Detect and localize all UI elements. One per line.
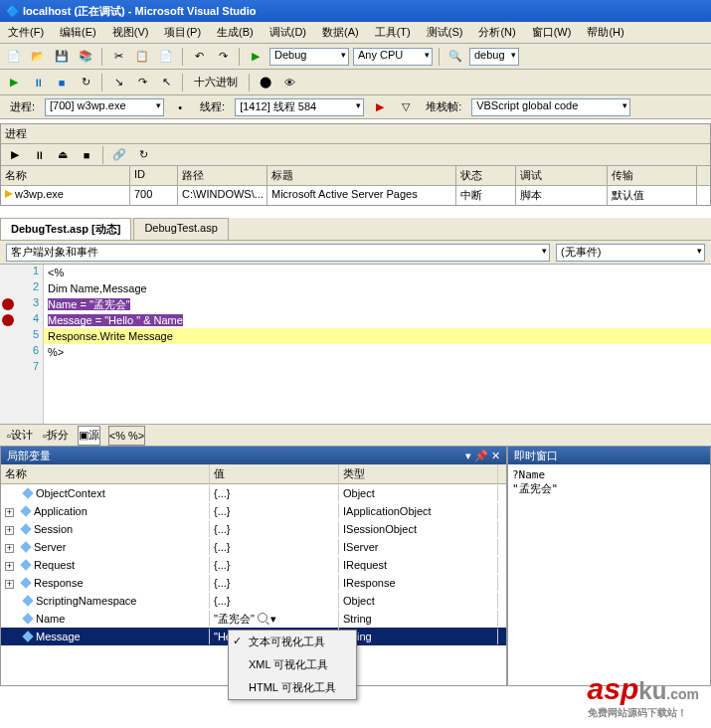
pause-icon[interactable]: ⏸ — [28, 73, 48, 92]
expand-icon[interactable]: + — [5, 508, 14, 517]
hex-icon[interactable]: 十六进制 — [189, 73, 243, 92]
expand-icon[interactable]: + — [5, 580, 14, 589]
process-dropdown[interactable]: [700] w3wp.exe — [45, 98, 164, 116]
locals-row[interactable]: +Application{...}IApplicationObject — [1, 502, 506, 520]
locals-row[interactable]: +Session{...}ISessionObject — [1, 520, 506, 538]
watermark-logo: aspku.com 免费网站源码下载站！ — [588, 672, 699, 720]
menu-item[interactable]: 项目(P) — [156, 22, 209, 43]
thread-dropdown[interactable]: [1412] 线程 584 — [235, 98, 364, 116]
code-line[interactable]: <% — [44, 265, 711, 280]
proc-stop-icon[interactable]: ■ — [77, 145, 96, 165]
process-grid-row[interactable]: w3wp.exe700C:\WINDOWS\...Microsoft Activ… — [1, 186, 710, 205]
breakpoint-icon[interactable] — [2, 314, 14, 326]
menu-item[interactable]: 测试(S) — [419, 22, 471, 43]
menu-item[interactable]: 文件(F) — [0, 22, 52, 43]
locals-header-cell[interactable]: 值 — [210, 464, 339, 483]
panel-controls[interactable]: ▾ 📌 ✕ — [465, 447, 500, 464]
expand-icon[interactable]: + — [5, 526, 14, 535]
thread-filter-icon[interactable]: ▽ — [396, 97, 416, 117]
stop-icon[interactable]: ■ — [52, 73, 72, 92]
find-icon[interactable]: 🔍 — [445, 47, 465, 67]
context-menu-item[interactable]: 文本可视化工具 — [229, 631, 356, 653]
proc-action-icon[interactable]: • — [170, 97, 190, 117]
asp-tag-icon[interactable]: <% %> — [108, 426, 145, 446]
menu-item[interactable]: 数据(A) — [314, 22, 367, 43]
menu-item[interactable]: 帮助(H) — [579, 22, 631, 43]
new-project-icon[interactable]: 📄 — [4, 47, 24, 67]
grid-header-cell[interactable]: 状态 — [456, 166, 516, 185]
config-dropdown[interactable]: Debug — [269, 48, 349, 66]
design-tab[interactable]: ▫ 设计 — [6, 426, 34, 446]
locals-row[interactable]: +Request{...}IRequest — [1, 556, 506, 574]
proc-pause-icon[interactable]: ⏸ — [29, 145, 49, 165]
code-line[interactable]: Name = "孟宪会" — [44, 296, 711, 312]
menu-item[interactable]: 工具(T) — [367, 22, 419, 43]
editor-tabs: DebugTest.asp [动态] DebugTest.asp — [0, 218, 711, 241]
step-over-icon[interactable]: ↷ — [132, 73, 152, 92]
code-line[interactable]: Dim Name,Message — [44, 280, 711, 296]
continue-icon[interactable]: ▶ — [4, 73, 24, 92]
menu-item[interactable]: 视图(V) — [104, 22, 157, 43]
run-icon[interactable]: ▶ — [246, 47, 266, 67]
save-all-icon[interactable]: 📚 — [76, 47, 95, 67]
magnifier-icon[interactable] — [258, 613, 267, 623]
code-area[interactable]: <%Dim Name,MessageName = "孟宪会"Message = … — [44, 265, 711, 424]
proc-continue-icon[interactable]: ▶ — [5, 145, 25, 165]
menu-item[interactable]: 窗口(W) — [524, 22, 580, 43]
thread-flag-icon[interactable]: ▶ — [370, 97, 390, 117]
code-editor[interactable]: 1234567 <%Dim Name,MessageName = "孟宪会"Me… — [0, 265, 711, 424]
source-tab[interactable]: ▣ 源 — [78, 426, 100, 446]
process-label: 进程: — [6, 99, 39, 114]
proc-refresh-icon[interactable]: ↻ — [133, 145, 153, 165]
open-icon[interactable]: 📂 — [28, 47, 48, 67]
grid-header-cell[interactable]: 传输 — [608, 166, 697, 185]
locals-row[interactable]: +Response{...}IResponse — [1, 574, 506, 592]
save-icon[interactable]: 💾 — [52, 47, 72, 67]
context-menu-item[interactable]: HTML 可视化工具 — [229, 676, 356, 699]
platform-dropdown[interactable]: Any CPU — [353, 48, 433, 66]
paste-icon[interactable]: 📄 — [156, 47, 176, 67]
code-line[interactable]: Message = "Hello " & Name — [44, 312, 711, 328]
expand-icon[interactable]: + — [5, 562, 14, 571]
grid-header-cell[interactable]: 路径 — [178, 166, 267, 185]
code-line[interactable]: %> — [44, 344, 711, 360]
search-box[interactable]: debug — [469, 48, 519, 66]
grid-header-cell[interactable]: 名称 — [1, 166, 130, 185]
locals-row[interactable]: Name"孟宪会" ▾String — [1, 610, 506, 628]
step-into-icon[interactable]: ↘ — [108, 73, 128, 92]
locals-header-cell[interactable]: 类型 — [339, 464, 498, 483]
expand-icon[interactable]: + — [5, 544, 14, 553]
split-tab[interactable]: ▫ 拆分 — [42, 426, 70, 446]
menu-item[interactable]: 生成(B) — [209, 22, 262, 43]
proc-attach-icon[interactable]: 🔗 — [109, 145, 129, 165]
tab-other[interactable]: DebugTest.asp — [133, 218, 228, 240]
watch-icon[interactable]: 👁 — [279, 73, 299, 92]
menu-item[interactable]: 编辑(E) — [52, 22, 104, 43]
redo-icon[interactable]: ↷ — [213, 47, 233, 67]
locals-row[interactable]: ObjectContext{...}Object — [1, 484, 506, 502]
code-line[interactable]: Response.Write Message — [44, 328, 711, 344]
locals-row[interactable]: +Server{...}IServer — [1, 538, 506, 556]
breakpoint-icon[interactable]: ⬤ — [256, 73, 275, 92]
event-dropdown[interactable]: (无事件) — [556, 244, 705, 262]
tab-active[interactable]: DebugTest.asp [动态] — [0, 218, 131, 240]
object-dropdown[interactable]: 客户端对象和事件 — [6, 244, 550, 262]
grid-header-cell[interactable]: 标题 — [267, 166, 456, 185]
grid-header-cell[interactable]: 调试 — [516, 166, 608, 185]
code-line[interactable] — [44, 360, 711, 376]
restart-icon[interactable]: ↻ — [76, 73, 95, 92]
breakpoint-icon[interactable] — [2, 298, 14, 310]
proc-detach-icon[interactable]: ⏏ — [53, 145, 73, 165]
undo-icon[interactable]: ↶ — [189, 47, 209, 67]
step-out-icon[interactable]: ↖ — [156, 73, 176, 92]
locals-header-cell[interactable]: 名称 — [1, 464, 210, 483]
menu-item[interactable]: 调试(D) — [262, 22, 314, 43]
grid-header-cell[interactable]: ID — [130, 166, 178, 185]
stack-dropdown[interactable]: VBScript global code — [471, 98, 630, 116]
context-menu-item[interactable]: XML 可视化工具 — [229, 653, 356, 676]
cut-icon[interactable]: ✂ — [108, 47, 128, 67]
locals-row[interactable]: ScriptingNamespace{...}Object — [1, 592, 506, 610]
immediate-content[interactable]: ?Name "孟宪会" — [508, 464, 710, 500]
menu-item[interactable]: 分析(N) — [470, 22, 523, 43]
copy-icon[interactable]: 📋 — [132, 47, 152, 67]
